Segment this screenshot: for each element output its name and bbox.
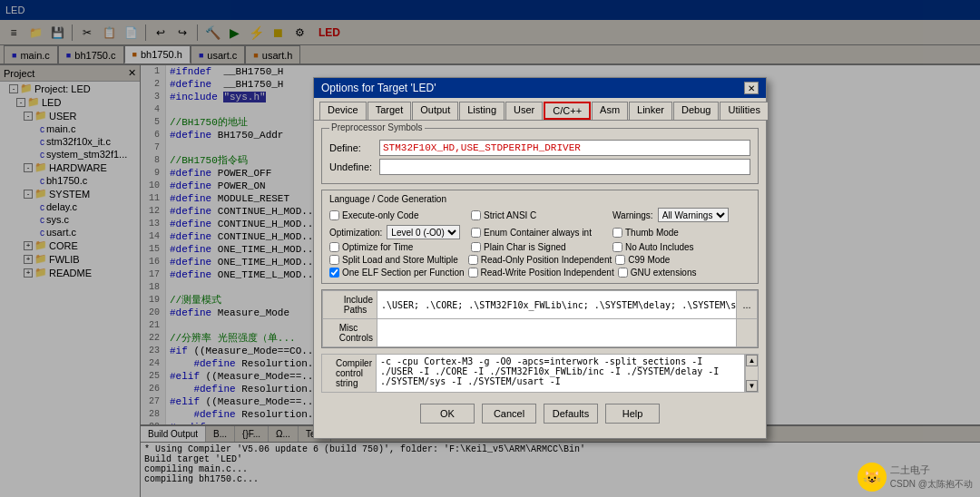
undefine-label: Undefine: xyxy=(329,161,379,172)
modal-footer: OK Cancel Defaults Help xyxy=(321,398,759,431)
compiler-value: -c -cpu Cortex-M3 -g -O0 -apcs=interwork… xyxy=(377,355,745,392)
modal-title: Options for Target 'LED' xyxy=(321,82,436,94)
modal-tab-asm[interactable]: Asm xyxy=(592,102,628,120)
check-read-write: Read-Write Position Independent xyxy=(468,268,614,278)
include-browse-btn[interactable]: ... xyxy=(737,291,757,318)
check-plain-label: Plain Char is Signed xyxy=(484,242,566,252)
define-input[interactable] xyxy=(379,140,750,156)
undefine-input[interactable] xyxy=(379,159,750,175)
warnings-label: Warnings: xyxy=(612,210,653,220)
check-elf: One ELF Section per Function xyxy=(329,268,465,278)
check-c99: C99 Mode xyxy=(615,255,750,265)
modal-tab-debug[interactable]: Debug xyxy=(673,102,719,120)
preprocessor-content: Define: Undefine: xyxy=(329,140,750,175)
options-modal: Options for Target 'LED' ✕ Device Target… xyxy=(313,77,767,439)
check-enum-input[interactable] xyxy=(471,228,481,238)
help-button[interactable]: Help xyxy=(605,404,660,424)
modal-tab-device[interactable]: Device xyxy=(319,102,367,120)
modal-tab-linker[interactable]: Linker xyxy=(629,102,672,120)
ok-button[interactable]: OK xyxy=(420,404,475,424)
check-strict-input[interactable] xyxy=(471,210,481,220)
modal-tabs-bar: Device Target Output Listing User C/C++ … xyxy=(314,98,766,121)
modal-tab-listing[interactable]: Listing xyxy=(459,102,505,120)
check-opt-time-input[interactable] xyxy=(329,242,339,252)
modal-tab-cc[interactable]: C/C++ xyxy=(544,102,591,120)
scroll-track xyxy=(746,366,758,380)
watermark-text: 二土电子CSDN @太陈抱不动 xyxy=(890,463,973,492)
check-plain-char: Plain Char is Signed xyxy=(471,242,609,252)
scroll-up-btn[interactable]: ▲ xyxy=(746,355,758,366)
modal-tab-output[interactable]: Output xyxy=(412,102,458,120)
check-elf-input[interactable] xyxy=(329,268,339,278)
modal-tab-target[interactable]: Target xyxy=(368,102,412,120)
check-no-auto-input[interactable] xyxy=(612,242,622,252)
define-row: Define: xyxy=(329,140,750,156)
include-section: IncludePaths .\USER; .\CORE; .\STM32F10x… xyxy=(321,289,759,348)
modal-tab-user[interactable]: User xyxy=(505,102,543,120)
preprocessor-title: Preprocessor Symbols xyxy=(329,122,425,132)
check-thumb: Thumb Mode xyxy=(612,225,750,239)
define-label: Define: xyxy=(329,142,379,153)
modal-body: Preprocessor Symbols Define: Undefine: L… xyxy=(314,121,766,438)
check-plain-input[interactable] xyxy=(471,242,481,252)
check-execute-input[interactable] xyxy=(329,210,339,220)
check-gnu-input[interactable] xyxy=(618,268,628,278)
check-gnu: GNU extensions xyxy=(618,268,750,278)
check-gnu-label: GNU extensions xyxy=(631,268,697,278)
check-read-write-label: Read-Write Position Independent xyxy=(481,268,614,278)
compiler-label: Compilercontrolstring xyxy=(322,355,377,392)
language-title: Language / Code Generation xyxy=(329,194,750,204)
defaults-button[interactable]: Defaults xyxy=(544,404,598,424)
check-c99-label: C99 Mode xyxy=(628,255,670,265)
compiler-scrollbar[interactable]: ▲ ▼ xyxy=(745,355,758,392)
check-elf-label: One ELF Section per Function xyxy=(342,268,465,278)
modal-tab-utilities[interactable]: Utilities xyxy=(720,102,768,120)
check-execute-only: Execute-only Code xyxy=(329,208,467,222)
modal-overlay: Options for Target 'LED' ✕ Device Target… xyxy=(0,0,980,497)
misc-label: MiscControls xyxy=(323,319,377,346)
scroll-down-btn[interactable]: ▼ xyxy=(746,380,758,392)
check-enum: Enum Container always int xyxy=(471,225,609,239)
include-label: IncludePaths xyxy=(323,291,377,318)
modal-title-bar: Options for Target 'LED' ✕ xyxy=(314,78,766,98)
check-read-write-input[interactable] xyxy=(468,268,478,278)
check-thumb-input[interactable] xyxy=(612,228,622,238)
check-execute-label: Execute-only Code xyxy=(342,210,419,220)
opt-row: Optimization: Level 0 (-O0) xyxy=(329,225,467,239)
warnings-select[interactable]: All Warnings xyxy=(658,208,729,222)
check-read-only: Read-Only Position Independent xyxy=(468,255,612,265)
check-c99-input[interactable] xyxy=(615,255,625,265)
check-split-label: Split Load and Store Multiple xyxy=(342,255,458,265)
check-split: Split Load and Store Multiple xyxy=(329,255,465,265)
watermark: 😺 二土电子CSDN @太陈抱不动 xyxy=(858,463,973,492)
preprocessor-section: Preprocessor Symbols Define: Undefine: xyxy=(321,128,759,184)
check-thumb-label: Thumb Mode xyxy=(625,228,679,238)
modal-close-btn[interactable]: ✕ xyxy=(744,82,759,94)
check-opt-time-label: Optimize for Time xyxy=(342,242,413,252)
check-no-auto: No Auto Includes xyxy=(612,242,750,252)
warnings-row: Warnings: All Warnings xyxy=(612,208,750,222)
include-value[interactable]: .\USER; .\CORE; .\STM32F10x_FWLib\inc; .… xyxy=(377,291,737,318)
compiler-section: Compilercontrolstring -c -cpu Cortex-M3 … xyxy=(321,354,759,393)
check-read-only-label: Read-Only Position Independent xyxy=(481,255,612,265)
opt-label: Optimization: xyxy=(329,228,382,238)
cancel-button[interactable]: Cancel xyxy=(482,404,536,424)
language-section: Language / Code Generation Execute-only … xyxy=(321,190,759,284)
check-opt-time: Optimize for Time xyxy=(329,242,467,252)
opt-select[interactable]: Level 0 (-O0) xyxy=(387,225,460,239)
check-strict-label: Strict ANSI C xyxy=(484,210,536,220)
check-split-input[interactable] xyxy=(329,255,339,265)
check-enum-label: Enum Container always int xyxy=(484,228,592,238)
check-strict-ansi: Strict ANSI C xyxy=(471,208,609,222)
check-read-only-input[interactable] xyxy=(468,255,478,265)
undefine-row: Undefine: xyxy=(329,159,750,175)
misc-value[interactable] xyxy=(377,319,737,346)
check-no-auto-label: No Auto Includes xyxy=(625,242,694,252)
misc-empty xyxy=(737,319,757,346)
watermark-icon: 😺 xyxy=(858,463,887,492)
